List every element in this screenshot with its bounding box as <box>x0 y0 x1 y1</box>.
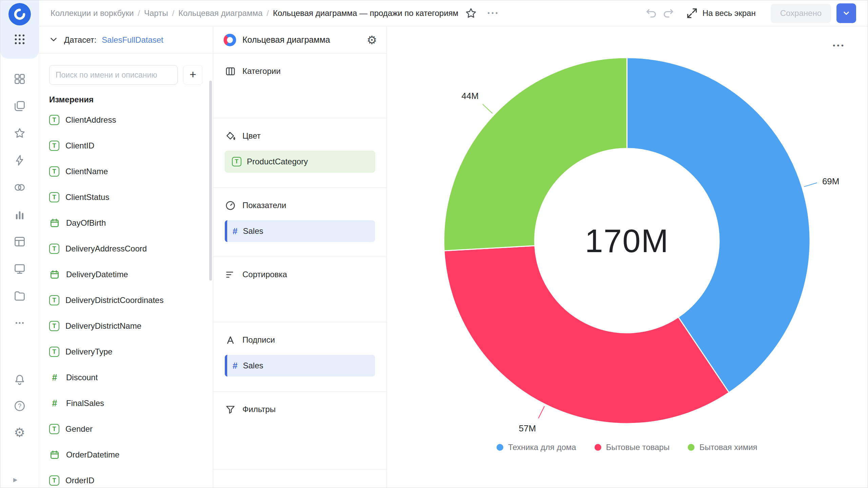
monitoring-monitor-icon[interactable] <box>0 255 39 282</box>
callout-line <box>482 104 492 113</box>
dataset-field-row[interactable]: TDeliveryDistrictName <box>39 313 213 339</box>
notifications-bell-icon[interactable] <box>0 366 39 393</box>
storage-folder-icon[interactable] <box>0 282 39 309</box>
breadcrumb-link[interactable]: Кольцевая диаграмма <box>178 8 262 18</box>
section-label: Категории <box>213 65 387 77</box>
config-section-measures: Показатели#Sales <box>213 188 387 257</box>
breadcrumb-link[interactable]: Коллекции и воркбуки <box>51 8 134 18</box>
section-title: Цвет <box>242 131 261 141</box>
help-icon[interactable]: ? <box>0 393 39 419</box>
config-section-sort: Сортировка <box>213 257 387 322</box>
chevron-down-icon[interactable] <box>48 34 59 46</box>
segment-value-label: 57M <box>519 423 536 433</box>
fullscreen-label[interactable]: На весь экран <box>703 8 756 18</box>
dataset-field-row[interactable]: OrderDatetime <box>39 442 213 468</box>
datalens-logo[interactable] <box>8 3 31 25</box>
collapse-rail-icon[interactable]: ▶ <box>13 476 17 483</box>
field-name: DeliveryType <box>65 347 113 357</box>
donut-segment-2[interactable] <box>444 246 729 424</box>
dataset-scrollbar-thumb[interactable] <box>209 81 212 281</box>
dimensions-heading: Измерения <box>49 95 213 104</box>
dataset-field-row[interactable]: TClientName <box>39 159 213 184</box>
dataset-field-row[interactable]: DayOfBirth <box>39 210 213 236</box>
chart-settings-gear-icon[interactable]: ⚙ <box>367 34 377 46</box>
connections-rings-icon[interactable] <box>0 174 39 201</box>
chip-label: Sales <box>243 361 263 370</box>
field-chip-sales[interactable]: #Sales <box>225 220 375 242</box>
section-title: Показатели <box>242 201 286 210</box>
legend-dot-icon <box>594 444 601 451</box>
config-section-categories: Категории <box>213 54 387 118</box>
breadcrumb-separator: / <box>138 8 140 18</box>
config-section-labels: Подписи#Sales <box>213 322 387 392</box>
field-chip-sales[interactable]: #Sales <box>225 355 375 377</box>
number-type-icon: # <box>233 226 237 237</box>
fullscreen-expand-icon[interactable] <box>686 7 698 20</box>
favorites-star-icon[interactable] <box>0 120 39 147</box>
charts-icon[interactable] <box>0 201 39 228</box>
settings-gear-icon[interactable]: ⚙ <box>0 419 39 446</box>
dataset-field-row[interactable]: DeliveryDatetime <box>39 262 213 287</box>
dashboards-icon[interactable] <box>0 65 39 93</box>
legend-item[interactable]: Техника для дома <box>496 443 576 452</box>
rail-more-icon[interactable] <box>0 309 39 337</box>
legend-item[interactable]: Бытовая химия <box>688 443 757 452</box>
dataset-field-row[interactable]: TDeliveryAddressCoord <box>39 236 213 262</box>
string-type-icon: T <box>49 424 59 434</box>
field-name: DeliveryAddressCoord <box>65 244 147 253</box>
legend-item[interactable]: Бытовые товары <box>594 443 670 452</box>
saved-button[interactable]: Сохранено <box>771 4 831 23</box>
field-search-input[interactable] <box>49 65 178 85</box>
gauge-icon <box>224 199 236 211</box>
section-title: Фильтры <box>242 405 276 414</box>
section-label: Сортировка <box>213 268 387 281</box>
segment-value-label: 69M <box>822 176 840 186</box>
field-name: DeliveryDistrictName <box>65 321 141 331</box>
segment-value-label: 44M <box>461 91 479 101</box>
section-label: Показатели <box>213 199 387 211</box>
add-field-button[interactable]: + <box>183 65 203 85</box>
breadcrumb-link[interactable]: Чарты <box>144 8 168 18</box>
donut-segment-3[interactable] <box>444 58 627 251</box>
string-type-icon: T <box>49 347 59 357</box>
dataset-field-row[interactable]: #FinalSales <box>39 390 213 416</box>
dataset-field-row[interactable]: TGender <box>39 416 213 442</box>
breadcrumb: Коллекции и воркбуки/Чарты/Кольцевая диа… <box>51 8 273 18</box>
dataset-field-row[interactable]: TClientAddress <box>39 107 213 133</box>
dataset-field-row[interactable]: TClientID <box>39 133 213 159</box>
chart-config-panel: Кольцевая диаграмма ⚙ КатегорииЦветTProd… <box>213 26 387 488</box>
save-menu-button[interactable] <box>836 3 856 23</box>
redo-icon[interactable] <box>662 7 675 20</box>
field-chip-productcategory[interactable]: TProductCategory <box>225 151 375 172</box>
string-type-icon: T <box>49 295 59 305</box>
breadcrumb-separator: / <box>267 8 269 18</box>
field-name: OrderID <box>65 476 94 485</box>
datasets-table-icon[interactable] <box>0 228 39 255</box>
dataset-field-row[interactable]: TDeliveryDistrictCoordinates <box>39 287 213 313</box>
section-title: Подписи <box>242 335 275 345</box>
dataset-field-row[interactable]: TOrderID <box>39 468 213 488</box>
favorite-star-icon[interactable] <box>465 7 477 20</box>
dataset-label: Датасет: <box>64 35 96 45</box>
breadcrumb-separator: / <box>172 8 174 18</box>
date-type-icon <box>49 269 60 280</box>
config-section-filters: Фильтры <box>213 392 387 469</box>
date-type-icon <box>49 449 60 460</box>
undo-icon[interactable] <box>645 7 658 20</box>
dataset-field-row[interactable]: #Discount <box>39 365 213 390</box>
dataset-field-row[interactable]: TDeliveryType <box>39 339 213 365</box>
dataset-field-row[interactable]: TClientStatus <box>39 184 213 210</box>
apps-grid-icon[interactable] <box>0 29 39 50</box>
legend-label: Техника для дома <box>508 443 576 452</box>
string-type-icon: T <box>49 115 59 125</box>
field-name: OrderDatetime <box>66 450 119 460</box>
quick-actions-lightning-icon[interactable] <box>0 147 39 174</box>
donut-chart-type-icon[interactable] <box>223 33 237 47</box>
title-more-icon[interactable]: ••• <box>488 9 499 17</box>
dataset-name-link[interactable]: SalesFullDataset <box>102 35 163 45</box>
workbooks-icon[interactable] <box>0 93 39 120</box>
donut-total-value: 170M <box>585 223 669 259</box>
field-name: Gender <box>65 424 93 434</box>
content-row: Датасет: SalesFullDataset + Измерения TC… <box>39 26 868 488</box>
config-sections: КатегорииЦветTProductCategoryПоказатели#… <box>213 54 387 469</box>
